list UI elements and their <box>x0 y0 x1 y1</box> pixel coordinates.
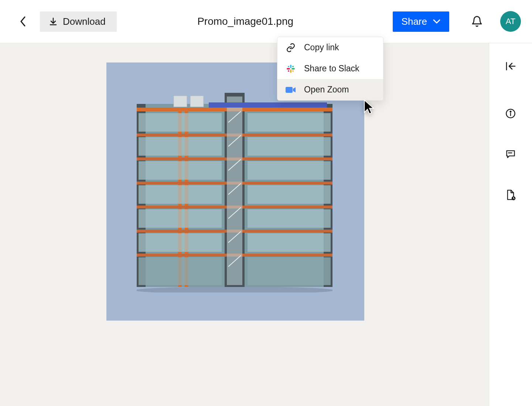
comments-icon <box>505 149 516 159</box>
avatar[interactable]: AT <box>500 11 521 32</box>
svg-rect-27 <box>248 233 331 252</box>
menu-item-copy-link[interactable]: Copy link <box>277 37 383 58</box>
svg-rect-30 <box>227 97 242 285</box>
bell-icon <box>471 16 483 27</box>
download-label: Download <box>63 16 106 27</box>
menu-item-open-zoom[interactable]: Open Zoom <box>277 79 383 100</box>
svg-rect-49 <box>291 68 295 70</box>
zoom-icon <box>286 85 296 95</box>
menu-item-label: Share to Slack <box>304 64 359 74</box>
info-icon <box>505 108 516 119</box>
svg-rect-48 <box>290 65 291 68</box>
file-title: Promo_image01.png <box>106 16 385 27</box>
building-illustration <box>137 93 332 292</box>
chevron-down-icon <box>433 19 440 24</box>
svg-rect-29 <box>248 257 331 285</box>
share-menu: Copy link Share to Slack Open Zoom <box>277 37 383 101</box>
svg-point-2 <box>137 287 332 292</box>
svg-rect-19 <box>248 137 331 156</box>
share-label: Share <box>402 16 427 27</box>
collapse-panel-button[interactable] <box>503 59 518 74</box>
download-button[interactable]: Download <box>40 11 117 32</box>
svg-rect-23 <box>248 185 331 204</box>
menu-item-label: Copy link <box>304 43 339 53</box>
svg-rect-21 <box>248 161 331 180</box>
svg-rect-18 <box>139 137 222 156</box>
svg-rect-20 <box>139 161 222 180</box>
notifications-button[interactable] <box>468 12 486 31</box>
right-rail <box>489 43 532 406</box>
image-preview <box>106 62 364 321</box>
file-activity-button[interactable] <box>503 187 518 202</box>
svg-rect-16 <box>139 113 222 132</box>
svg-rect-28 <box>139 257 222 285</box>
svg-rect-56 <box>286 87 293 93</box>
svg-rect-24 <box>139 209 222 228</box>
svg-rect-25 <box>248 209 331 228</box>
file-activity-icon <box>505 189 516 200</box>
svg-rect-40 <box>209 102 327 108</box>
comments-button[interactable] <box>503 147 518 162</box>
canvas-area <box>0 43 489 406</box>
header: Download Promo_image01.png Share AT <box>0 0 532 43</box>
slack-icon <box>286 64 296 74</box>
svg-point-54 <box>292 70 294 72</box>
chevron-left-icon <box>20 16 26 27</box>
svg-point-55 <box>288 70 289 72</box>
svg-rect-51 <box>287 68 290 70</box>
svg-rect-39 <box>190 96 204 107</box>
svg-rect-38 <box>174 96 187 107</box>
menu-item-share-slack[interactable]: Share to Slack <box>277 58 383 79</box>
svg-point-53 <box>292 66 294 67</box>
cursor-icon <box>363 99 376 115</box>
menu-item-label: Open Zoom <box>304 85 349 95</box>
download-icon <box>49 17 58 26</box>
link-icon <box>286 43 296 53</box>
svg-rect-22 <box>139 185 222 204</box>
svg-rect-17 <box>248 113 331 132</box>
collapse-panel-icon <box>505 62 516 71</box>
svg-point-52 <box>288 66 289 67</box>
info-button[interactable] <box>503 106 518 121</box>
svg-rect-50 <box>290 70 291 73</box>
svg-rect-26 <box>139 233 222 252</box>
share-button[interactable]: Share <box>393 11 449 32</box>
avatar-initials: AT <box>506 17 515 26</box>
svg-point-45 <box>510 111 511 112</box>
back-button[interactable] <box>16 14 30 29</box>
